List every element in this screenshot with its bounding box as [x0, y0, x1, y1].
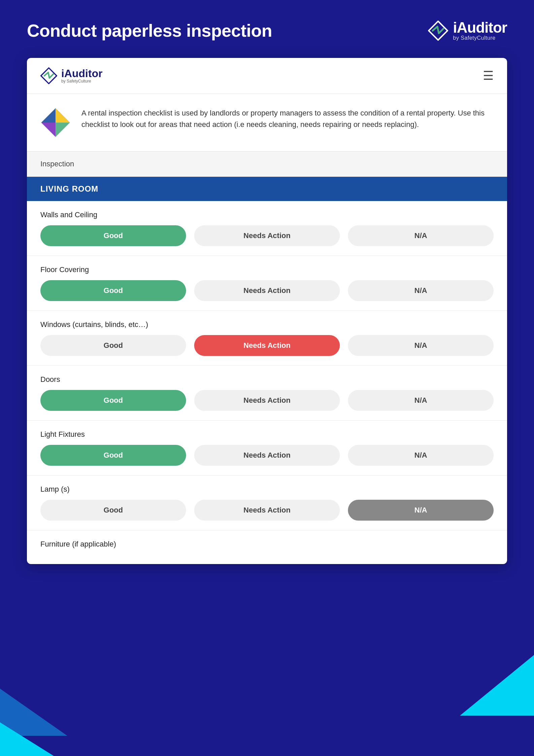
item-label: Furniture (if applicable): [40, 540, 494, 549]
na-button[interactable]: N/A: [348, 335, 494, 356]
main-card: iAuditor by SafetyCulture ☰ A rental ins…: [27, 58, 507, 564]
good-button[interactable]: Good: [40, 335, 186, 356]
item-buttons: GoodNeeds ActionN/A: [40, 445, 494, 466]
app-diamond-icon: [40, 67, 57, 84]
inspection-label: Inspection: [27, 152, 507, 177]
app-logo-text: iAuditor by SafetyCulture: [61, 68, 103, 84]
item-label: Windows (curtains, blinds, etc…): [40, 320, 494, 329]
needs-action-button[interactable]: Needs Action: [194, 445, 340, 466]
item-buttons: GoodNeeds ActionN/A: [40, 390, 494, 411]
page-title: Conduct paperless inspection: [27, 21, 272, 41]
item-label: Floor Covering: [40, 265, 494, 274]
checklist-list: Walls and CeilingGoodNeeds ActionN/AFloo…: [27, 201, 507, 564]
header-logo-text: iAuditor by SafetyCulture: [453, 20, 507, 41]
description-text: A rental inspection checklist is used by…: [81, 107, 494, 130]
good-button[interactable]: Good: [40, 390, 186, 411]
item-buttons: GoodNeeds ActionN/A: [40, 225, 494, 246]
na-button[interactable]: N/A: [348, 445, 494, 466]
app-header: iAuditor by SafetyCulture ☰: [27, 58, 507, 94]
section-header: LIVING ROOM: [27, 177, 507, 201]
checklist-item: Walls and CeilingGoodNeeds ActionN/A: [27, 201, 507, 256]
na-button[interactable]: N/A: [348, 280, 494, 301]
checklist-item: Floor CoveringGoodNeeds ActionN/A: [27, 256, 507, 311]
item-buttons: GoodNeeds ActionN/A: [40, 335, 494, 356]
na-button[interactable]: N/A: [348, 225, 494, 246]
app-logo-sub: by SafetyCulture: [61, 79, 103, 84]
app-logo: iAuditor by SafetyCulture: [40, 67, 103, 84]
header-logo-brand: iAuditor: [453, 20, 507, 35]
description-logo-icon: [40, 107, 71, 138]
checklist-item: Lamp (s)GoodNeeds ActionN/A: [27, 475, 507, 530]
good-button[interactable]: Good: [40, 225, 186, 246]
needs-action-button[interactable]: Needs Action: [194, 280, 340, 301]
needs-action-button[interactable]: Needs Action: [194, 500, 340, 521]
description-section: A rental inspection checklist is used by…: [27, 94, 507, 152]
needs-action-button[interactable]: Needs Action: [194, 335, 340, 356]
bg-decoration-cyan: [460, 655, 534, 716]
item-label: Doors: [40, 375, 494, 384]
needs-action-button[interactable]: Needs Action: [194, 390, 340, 411]
header-logo-sub: by SafetyCulture: [453, 35, 507, 41]
checklist-item: Light FixturesGoodNeeds ActionN/A: [27, 421, 507, 475]
item-label: Walls and Ceiling: [40, 210, 494, 219]
good-button[interactable]: Good: [40, 445, 186, 466]
checklist-item: DoorsGoodNeeds ActionN/A: [27, 366, 507, 421]
item-label: Lamp (s): [40, 485, 494, 494]
item-label: Light Fixtures: [40, 430, 494, 439]
good-button[interactable]: Good: [40, 280, 186, 301]
header-diamond-icon: [428, 21, 448, 41]
na-button[interactable]: N/A: [348, 390, 494, 411]
header-logo: iAuditor by SafetyCulture: [428, 20, 507, 41]
good-button[interactable]: Good: [40, 500, 186, 521]
hamburger-icon[interactable]: ☰: [483, 69, 494, 83]
app-logo-brand: iAuditor: [61, 68, 103, 79]
checklist-item: Furniture (if applicable): [27, 530, 507, 564]
page-header: Conduct paperless inspection iAuditor by…: [0, 0, 534, 58]
checklist-item: Windows (curtains, blinds, etc…)GoodNeed…: [27, 311, 507, 366]
item-buttons: GoodNeeds ActionN/A: [40, 280, 494, 301]
na-button[interactable]: N/A: [348, 500, 494, 521]
item-buttons: GoodNeeds ActionN/A: [40, 500, 494, 521]
needs-action-button[interactable]: Needs Action: [194, 225, 340, 246]
